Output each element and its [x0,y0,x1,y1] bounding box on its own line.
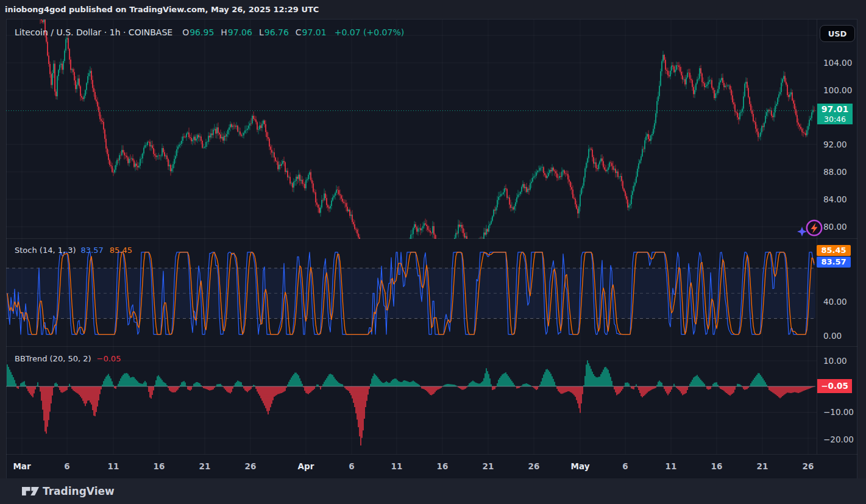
time-axis-label-may[interactable]: May [571,461,590,471]
close-value: 97.01 [302,27,327,37]
stoch-axis-label: 40.00 [823,297,847,307]
high-label: H [221,27,227,37]
logo-strip [0,478,866,504]
pane-separator-1[interactable] [6,238,857,239]
price-axis-label: 84.00 [823,194,847,204]
time-axis-label[interactable]: 16 [154,461,165,471]
time-axis-label[interactable]: 21 [757,461,768,471]
time-axis-label[interactable]: 16 [437,461,449,471]
price-axis-label: 104.00 [823,58,852,68]
symbol-title[interactable]: Litecoin / U.S. Dollar · 1h · COINBASE [15,27,172,37]
time-axis-label[interactable]: 6 [64,461,69,471]
low-label: L [259,27,264,37]
bbtrend-badge: −0.05 [817,379,852,393]
symbol-header[interactable]: Litecoin / U.S. Dollar · 1h · COINBASEO9… [15,27,404,38]
stoch-title[interactable]: Stoch (14, 1, 3) [15,246,76,255]
time-axis-label-mar[interactable]: Mar [13,461,30,471]
tradingview-logo-icon[interactable] [22,487,39,495]
bbtrend-axis-label: 10.00 [823,356,847,366]
time-axis-label[interactable]: 26 [803,461,814,471]
stoch-header[interactable]: Stoch (14, 1, 3)83.5785.45 [15,246,132,255]
stoch-k-badge: 83.57 [817,257,851,268]
flash-cursor-icon [795,218,825,243]
stoch-d-value: 85.45 [110,246,132,255]
time-axis-label[interactable]: 11 [108,461,119,471]
price-axis-label: 100.00 [823,85,852,95]
time-axis-separator [6,454,857,455]
stochastic-pane-canvas[interactable] [6,239,817,347]
time-axis-label[interactable]: 21 [199,461,211,471]
time-axis-label[interactable]: 26 [528,461,540,471]
time-axis-label[interactable]: 11 [665,461,677,471]
close-label: C [296,27,302,37]
time-axis-label-apr[interactable]: Apr [298,461,314,471]
stoch-k-value: 83.57 [81,246,104,255]
bbtrend-pane-canvas[interactable] [6,347,817,454]
open-value: 96.95 [190,27,214,37]
bbtrend-axis-label: −20.00 [823,435,854,444]
price-pane-canvas[interactable] [6,20,817,239]
tradingview-logo-text[interactable]: TradingView [43,478,115,504]
time-axis-label[interactable]: 21 [483,461,494,471]
time-axis-label[interactable]: 6 [349,461,354,471]
time-axis-label[interactable]: 6 [622,461,628,471]
tradingview-snapshot: iniobong4god published on TradingView.co… [0,0,866,504]
low-value: 96.76 [264,27,289,37]
bbtrend-header[interactable]: BBTrend (20, 50, 2)−0.05 [15,354,121,363]
currency-button[interactable]: USD [820,25,855,42]
stoch-axis-label: 0.00 [823,331,842,341]
time-axis-label[interactable]: 11 [391,461,403,471]
bbtrend-value: −0.05 [97,354,121,363]
bbtrend-title[interactable]: BBTrend (20, 50, 2) [15,354,91,363]
sparkle-icon [797,227,807,236]
time-axis-label[interactable]: 16 [711,461,723,471]
open-label: O [182,27,189,37]
current-price-badge: 97.01 30:46 [817,104,853,124]
pane-separator-2[interactable] [6,346,857,347]
time-axis-label[interactable]: 26 [245,461,257,471]
change-value: +0.07 (+0.07%) [335,27,404,37]
high-value: 97.06 [228,27,252,37]
publish-banner: iniobong4god published on TradingView.co… [0,0,866,19]
bar-countdown: 30:46 [817,115,853,124]
price-axis-label: 92.00 [823,140,847,149]
price-axis-label: 80.00 [823,222,847,232]
stoch-d-badge: 85.45 [817,245,851,256]
publish-banner-text: iniobong4god published on TradingView.co… [5,5,319,14]
current-price: 97.01 [817,104,853,115]
bbtrend-axis-label: −10.00 [823,407,854,417]
price-axis-label: 88.00 [823,167,847,177]
